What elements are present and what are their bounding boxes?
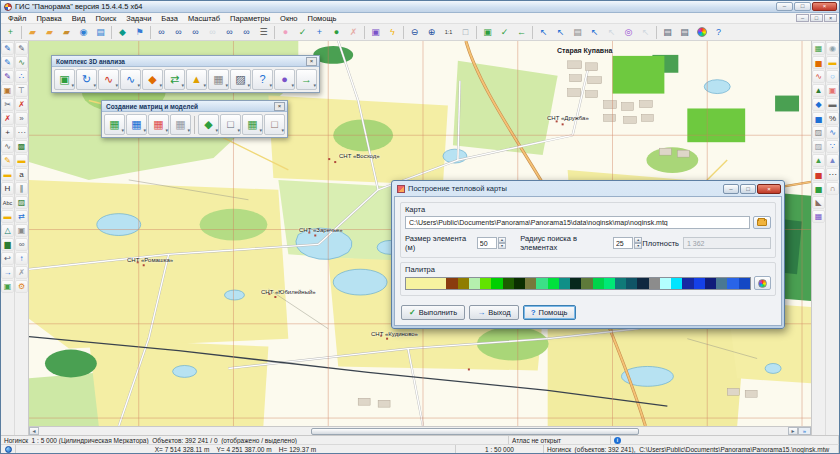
palette-strip[interactable]	[405, 277, 751, 290]
palette-color-18[interactable]	[637, 278, 648, 289]
vertex-edit-icon[interactable]: ✎	[15, 42, 28, 55]
slope-icon[interactable]: ◣	[812, 196, 825, 209]
map-graphic-icon[interactable]: ▣	[367, 25, 384, 40]
find-repeat-icon[interactable]: ∞	[238, 25, 255, 40]
dots-line-icon[interactable]: ⋯	[15, 126, 28, 139]
scatter-icon[interactable]: ∵	[826, 140, 839, 153]
palette-color-13[interactable]	[581, 278, 592, 289]
map-3d-view-icon[interactable]: ▣	[54, 69, 75, 90]
grid-matrix-icon[interactable]: ▦	[242, 114, 263, 135]
pointer-globe-icon[interactable]: ↖	[603, 25, 620, 40]
undo-icon[interactable]: ↩	[1, 252, 14, 265]
pointer-map-icon[interactable]: ↖	[586, 25, 603, 40]
palette-color-4[interactable]	[480, 278, 491, 289]
search-radius-stepper[interactable]: ▲▼	[634, 237, 642, 249]
scale-1-1-icon[interactable]: 1:1	[440, 25, 457, 40]
palette-color-19[interactable]	[649, 278, 660, 289]
scroll-right-icon[interactable]: ►	[788, 427, 798, 435]
menu-правка[interactable]: Правка	[31, 14, 66, 23]
points-chart-icon[interactable]: ∿	[98, 69, 119, 90]
menu-база[interactable]: База	[156, 14, 183, 23]
create-site-icon[interactable]: ⚑	[131, 25, 148, 40]
chart-bars-icon[interactable]: ▅	[812, 56, 825, 69]
zoom-out-icon[interactable]: ⊖	[406, 25, 423, 40]
rect-overlap-icon[interactable]: ▣	[826, 84, 839, 97]
element-size-stepper[interactable]: ▲▼	[498, 237, 506, 249]
print-icon[interactable]: ▤	[659, 25, 676, 40]
menu-задачи[interactable]: Задачи	[121, 14, 156, 23]
menu-масштаб[interactable]: Масштаб	[183, 14, 225, 23]
chart-area-icon[interactable]: ▲	[812, 84, 825, 97]
select-ok-icon[interactable]: ✓	[496, 25, 513, 40]
matrix-heat-icon[interactable]: ▦	[148, 114, 169, 135]
marker-box-icon[interactable]: ▣	[1, 84, 14, 97]
dialog-maximize-button[interactable]: □	[740, 184, 756, 194]
move-up-icon[interactable]: ↑	[15, 252, 28, 265]
forward-arrow-icon[interactable]: →	[1, 266, 14, 279]
relief-blue-icon[interactable]: ∿	[826, 126, 839, 139]
chart-map-icon[interactable]: ▦	[812, 42, 825, 55]
menu-вид[interactable]: Вид	[67, 14, 91, 23]
tin-model-icon[interactable]: ◆	[198, 114, 219, 135]
mdi-close-button[interactable]: ×	[824, 14, 837, 22]
menu-поиск[interactable]: Поиск	[90, 14, 121, 23]
text-abc-icon[interactable]: Abc	[1, 196, 14, 209]
palette-color-15[interactable]	[604, 278, 615, 289]
flashlight2-icon[interactable]: ▬	[15, 154, 28, 167]
matrix-from-map-icon[interactable]: ▦	[104, 114, 125, 135]
relief-gray-icon[interactable]: ▨	[812, 126, 825, 139]
matrix-quality-icon[interactable]: ▦	[170, 114, 191, 135]
select-area-icon[interactable]: ▣	[479, 25, 496, 40]
area-fill-icon[interactable]: ▩	[15, 140, 28, 153]
chart-hist-icon[interactable]: ▅	[812, 112, 825, 125]
swap-arrows-icon[interactable]: ⇄	[15, 210, 28, 223]
crosshair-icon[interactable]: +	[1, 126, 14, 139]
geodesy-icon[interactable]: △	[1, 224, 14, 237]
open-data-icon[interactable]: ▰	[41, 25, 58, 40]
palette-color-1[interactable]	[446, 278, 457, 289]
mark-object-icon[interactable]: ●	[277, 25, 294, 40]
mtw-doc-icon[interactable]: □	[264, 114, 285, 135]
palette-edit-button[interactable]	[754, 276, 771, 290]
find-name-icon[interactable]: ∞	[170, 25, 187, 40]
palette-color-23[interactable]	[694, 278, 705, 289]
copy-relief-icon[interactable]: ⇄	[164, 69, 185, 90]
palette-color-14[interactable]	[593, 278, 604, 289]
maximize-button[interactable]: □	[794, 2, 811, 11]
scissors-icon[interactable]: ✂	[1, 98, 14, 111]
polygon-chart-icon[interactable]: ▲	[826, 154, 839, 167]
open-database-icon[interactable]: ▰	[58, 25, 75, 40]
hatched-circle-icon[interactable]: ◉	[826, 42, 839, 55]
palette-color-2[interactable]	[458, 278, 469, 289]
graphics-editor-icon[interactable]: ▣	[1, 280, 14, 293]
flashlight3-icon[interactable]: ▬	[826, 56, 839, 69]
panel-matrix-close-icon[interactable]: ×	[274, 102, 285, 111]
layers-icon[interactable]: ◆	[114, 25, 131, 40]
map-hscrollbar[interactable]: ◄ ► »	[29, 426, 811, 435]
chart-green-icon[interactable]: ▅	[812, 182, 825, 195]
mdi-minimize-button[interactable]: –	[796, 14, 809, 22]
palette-color-9[interactable]	[536, 278, 547, 289]
palette-color-24[interactable]	[705, 278, 716, 289]
palette-color-16[interactable]	[615, 278, 626, 289]
spline-icon[interactable]: ∿	[1, 140, 14, 153]
matrix-abs-icon[interactable]: ▦	[126, 114, 147, 135]
sphere-icon[interactable]: ●	[274, 69, 295, 90]
chart-layers-icon[interactable]: ◆	[812, 98, 825, 111]
map-doc-icon[interactable]: □	[220, 114, 241, 135]
print-setup-icon[interactable]: ▤	[676, 25, 693, 40]
heatmap-dialog-title-bar[interactable]: Построение тепловой карты – □ ×	[394, 183, 782, 196]
clipboard-a-icon[interactable]: ▤	[569, 25, 586, 40]
palette-color-17[interactable]	[626, 278, 637, 289]
palette-color-6[interactable]	[503, 278, 514, 289]
pencil-icon[interactable]: ✎	[1, 42, 14, 55]
surface-3d-icon[interactable]: ▲	[812, 154, 825, 167]
palette-color-12[interactable]	[570, 278, 581, 289]
spline-green-icon[interactable]: ∿	[15, 56, 28, 69]
open-document-icon[interactable]: ▤	[92, 25, 109, 40]
text-h-icon[interactable]: H	[1, 182, 14, 195]
add-pen-icon[interactable]: +	[311, 25, 328, 40]
dialog-close-button[interactable]: ×	[757, 184, 781, 194]
open-map-icon[interactable]: ▰	[24, 25, 41, 40]
pointer-help-icon[interactable]: ?	[710, 25, 727, 40]
